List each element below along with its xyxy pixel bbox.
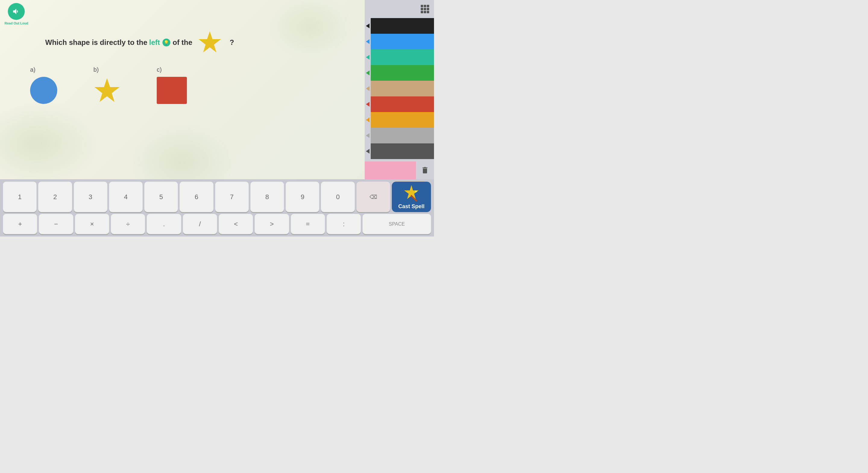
- color-arrow-red: [365, 96, 371, 112]
- color-arrow-tan: [365, 81, 371, 96]
- key-space[interactable]: SPACE: [363, 214, 431, 234]
- question-mark: ?: [230, 38, 234, 47]
- color-row-darkgray[interactable]: [365, 144, 434, 159]
- key-multiply[interactable]: ×: [75, 214, 109, 234]
- choice-a[interactable]: a): [30, 66, 57, 104]
- svg-marker-0: [198, 31, 221, 53]
- key-plus[interactable]: +: [3, 214, 37, 234]
- choice-c[interactable]: c): [157, 66, 187, 104]
- key-dot[interactable]: .: [147, 214, 181, 234]
- key-7[interactable]: 7: [215, 182, 249, 212]
- choice-a-label: a): [30, 66, 36, 73]
- hint-bulb-icon[interactable]: 💡: [162, 38, 170, 46]
- color-row-blue[interactable]: [365, 34, 434, 50]
- choice-b-label: b): [93, 66, 99, 73]
- key-backspace[interactable]: ⌫: [356, 182, 390, 212]
- key-4[interactable]: 4: [109, 182, 143, 212]
- key-3[interactable]: 3: [74, 182, 107, 212]
- grid-icon: [421, 5, 429, 13]
- question-suffix: of the: [173, 38, 192, 47]
- color-arrow-black: [365, 18, 371, 34]
- question-area: Read Out Loud Which shape is directly to…: [0, 0, 365, 179]
- color-row-black[interactable]: [365, 18, 434, 34]
- color-bar-red: [371, 96, 434, 112]
- color-arrow-green: [365, 65, 371, 81]
- read-icon: [8, 3, 25, 20]
- cast-spell-label: Cast Spell: [398, 203, 424, 210]
- trash-button[interactable]: [416, 161, 434, 179]
- color-bar-orange: [371, 112, 434, 128]
- key-equals[interactable]: =: [291, 214, 325, 234]
- question-text: Which shape is directly to the left 💡 of…: [45, 30, 234, 55]
- cast-spell-button[interactable]: + Cast Spell: [392, 182, 431, 212]
- color-row-red[interactable]: [365, 96, 434, 112]
- color-bar-gray: [371, 128, 434, 144]
- color-palette: [365, 18, 434, 179]
- svg-text:+: +: [415, 189, 417, 194]
- answer-choices: a) b) c): [30, 66, 187, 104]
- sidebar-controls: [365, 0, 434, 18]
- key-6[interactable]: 6: [180, 182, 213, 212]
- keyboard-row-numbers: 1 2 3 4 5 6 7 8 9 0 ⌫ + Cast Spell: [3, 182, 431, 212]
- color-row-orange[interactable]: [365, 112, 434, 128]
- keyboard-row-symbols: + − × ÷ . / < > = : SPACE: [3, 214, 431, 234]
- color-bar-blue: [371, 34, 434, 50]
- color-row-gray[interactable]: [365, 128, 434, 144]
- key-minus[interactable]: −: [39, 214, 73, 234]
- color-arrow-blue: [365, 34, 371, 50]
- medium-star-shape: [93, 77, 121, 103]
- key-slash[interactable]: /: [183, 214, 217, 234]
- trash-icon: [421, 166, 429, 175]
- blue-circle-shape: [30, 77, 57, 104]
- color-bar-teal: [371, 50, 434, 65]
- key-5[interactable]: 5: [144, 182, 178, 212]
- color-bar-black: [371, 18, 434, 34]
- key-greater[interactable]: >: [255, 214, 289, 234]
- key-colon[interactable]: :: [327, 214, 361, 234]
- speaker-icon: [12, 7, 21, 16]
- color-bar-green: [371, 65, 434, 81]
- cast-spell-star-icon: +: [402, 184, 421, 202]
- question-star: [198, 30, 222, 55]
- color-row-teal[interactable]: [365, 50, 434, 65]
- read-out-loud-label: Read Out Loud: [4, 21, 28, 25]
- question-prefix: Which shape is directly to the: [45, 38, 147, 47]
- color-row-green[interactable]: [365, 65, 434, 81]
- color-arrow-darkgray: [365, 144, 371, 159]
- key-1[interactable]: 1: [3, 182, 36, 212]
- key-2[interactable]: 2: [38, 182, 72, 212]
- key-divide[interactable]: ÷: [111, 214, 145, 234]
- color-arrow-teal: [365, 50, 371, 65]
- key-less[interactable]: <: [219, 214, 253, 234]
- color-arrow-gray: [365, 128, 371, 144]
- key-0[interactable]: 0: [321, 182, 354, 212]
- choice-c-label: c): [157, 66, 162, 73]
- question-content: Which shape is directly to the left 💡 of…: [45, 30, 347, 55]
- large-star-svg: [198, 30, 222, 53]
- key-8[interactable]: 8: [250, 182, 284, 212]
- grid-button[interactable]: [416, 0, 434, 18]
- color-bar-darkgray: [371, 144, 434, 159]
- choice-b[interactable]: b): [93, 66, 121, 103]
- red-rectangle-shape: [157, 77, 187, 104]
- color-bar-tan: [371, 81, 434, 96]
- question-highlight: left: [149, 38, 160, 47]
- color-row-tan[interactable]: [365, 81, 434, 96]
- keyboard-area: 1 2 3 4 5 6 7 8 9 0 ⌫ + Cast Spell + − ×…: [0, 179, 434, 236]
- read-out-loud-button[interactable]: Read Out Loud: [4, 3, 28, 25]
- color-palette-sidebar: [365, 0, 434, 179]
- svg-marker-1: [94, 78, 119, 102]
- color-arrow-orange: [365, 112, 371, 128]
- key-9[interactable]: 9: [286, 182, 319, 212]
